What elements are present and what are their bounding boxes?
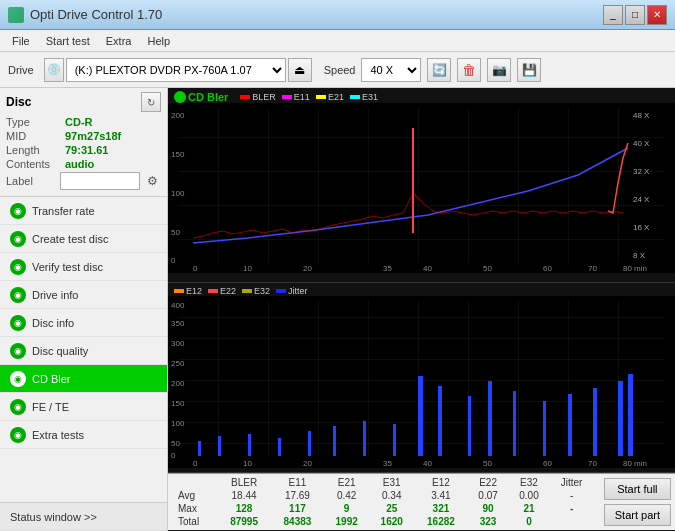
e22-legend-color xyxy=(208,289,218,293)
svg-text:60: 60 xyxy=(543,459,552,468)
e32-legend-color xyxy=(242,289,252,293)
avg-e31: 0.34 xyxy=(369,489,414,502)
table-row: Total 87995 84383 1992 1620 16282 323 0 xyxy=(174,515,594,528)
svg-rect-46 xyxy=(278,438,281,456)
svg-text:40 X: 40 X xyxy=(633,139,650,148)
clear-button[interactable]: 🗑 xyxy=(457,58,481,82)
disc-length-value: 79:31.61 xyxy=(65,144,108,156)
svg-text:40: 40 xyxy=(423,264,432,273)
jitter-legend-label: Jitter xyxy=(288,286,308,296)
avg-jitter: - xyxy=(549,489,593,502)
drive-selector[interactable]: (K:) PLEXTOR DVDR PX-760A 1.07 xyxy=(66,58,286,82)
disc-info-icon: ◉ xyxy=(10,315,26,331)
refresh-button[interactable]: 🔄 xyxy=(427,58,451,82)
e31-legend-label: E31 xyxy=(362,92,378,102)
svg-text:0: 0 xyxy=(193,264,198,273)
titlebar-controls: _ □ ✕ xyxy=(603,5,667,25)
svg-rect-44 xyxy=(218,436,221,456)
menu-file[interactable]: File xyxy=(4,33,38,49)
save-button[interactable]: 💾 xyxy=(517,58,541,82)
close-button[interactable]: ✕ xyxy=(647,5,667,25)
max-jitter: - xyxy=(549,502,593,515)
max-e21: 9 xyxy=(324,502,369,515)
svg-text:50: 50 xyxy=(483,264,492,273)
col-header-e11: E11 xyxy=(271,476,324,489)
cd-bler-label: CD Bler xyxy=(32,373,71,385)
avg-e12: 3.41 xyxy=(414,489,467,502)
e11-legend-label: E11 xyxy=(294,92,310,102)
col-header-label xyxy=(174,476,217,489)
titlebar-title: Opti Drive Control 1.70 xyxy=(30,7,162,22)
sidebar-item-cd-bler[interactable]: ◉ CD Bler xyxy=(0,365,167,393)
sidebar: Disc ↻ Type CD-R MID 97m27s18f Length 79… xyxy=(0,88,168,531)
sidebar-item-verify-test-disc[interactable]: ◉ Verify test disc xyxy=(0,253,167,281)
status-window-button[interactable]: Status window >> xyxy=(0,503,167,531)
svg-text:35: 35 xyxy=(383,264,392,273)
menu-start-test[interactable]: Start test xyxy=(38,33,98,49)
eject-button[interactable]: ⏏ xyxy=(288,58,312,82)
disc-label-label: Label xyxy=(6,175,56,187)
menu-extra[interactable]: Extra xyxy=(98,33,140,49)
max-e12: 321 xyxy=(414,502,467,515)
total-bler: 87995 xyxy=(217,515,270,528)
transfer-rate-icon: ◉ xyxy=(10,203,26,219)
disc-length-row: Length 79:31.61 xyxy=(6,144,161,156)
disc-quality-label: Disc quality xyxy=(32,345,88,357)
svg-text:50: 50 xyxy=(171,439,180,448)
disc-type-row: Type CD-R xyxy=(6,116,161,128)
sidebar-item-fe-te[interactable]: ◉ FE / TE xyxy=(0,393,167,421)
extra-tests-label: Extra tests xyxy=(32,429,84,441)
avg-e22: 0.07 xyxy=(468,489,509,502)
start-full-button[interactable]: Start full xyxy=(604,478,671,500)
sidebar-item-disc-quality[interactable]: ◉ Disc quality xyxy=(0,337,167,365)
svg-rect-43 xyxy=(198,441,201,456)
total-e32: 0 xyxy=(509,515,550,528)
sidebar-item-disc-info[interactable]: ◉ Disc info xyxy=(0,309,167,337)
sidebar-item-transfer-rate[interactable]: ◉ Transfer rate xyxy=(0,197,167,225)
toolbar: Drive 💿 (K:) PLEXTOR DVDR PX-760A 1.07 ⏏… xyxy=(0,52,675,88)
camera-button[interactable]: 📷 xyxy=(487,58,511,82)
svg-text:70: 70 xyxy=(588,459,597,468)
extra-tests-icon: ◉ xyxy=(10,427,26,443)
sidebar-item-drive-info[interactable]: ◉ Drive info xyxy=(0,281,167,309)
titlebar-left: Opti Drive Control 1.70 xyxy=(8,7,162,23)
e22-legend-label: E22 xyxy=(220,286,236,296)
titlebar: Opti Drive Control 1.70 _ □ ✕ xyxy=(0,0,675,30)
svg-text:250: 250 xyxy=(171,359,185,368)
start-part-button[interactable]: Start part xyxy=(604,504,671,526)
svg-text:80 min: 80 min xyxy=(623,264,647,273)
svg-rect-53 xyxy=(468,396,471,456)
avg-label: Avg xyxy=(174,489,217,502)
avg-bler: 18.44 xyxy=(217,489,270,502)
svg-rect-54 xyxy=(488,381,492,456)
speed-selector[interactable]: 40 X xyxy=(361,58,421,82)
total-jitter xyxy=(549,515,593,528)
e12-legend-color xyxy=(174,289,184,293)
disc-quality-icon: ◉ xyxy=(10,343,26,359)
disc-length-label: Length xyxy=(6,144,61,156)
menu-help[interactable]: Help xyxy=(139,33,178,49)
sidebar-item-create-test-disc[interactable]: ◉ Create test disc xyxy=(0,225,167,253)
menubar: File Start test Extra Help xyxy=(0,30,675,52)
svg-text:200: 200 xyxy=(171,111,185,120)
disc-settings-button[interactable]: ⚙ xyxy=(144,172,161,190)
svg-rect-55 xyxy=(513,391,516,456)
svg-text:100: 100 xyxy=(171,419,185,428)
table-wrapper: BLER E11 E21 E31 E12 E22 E32 Jitter Avg xyxy=(168,474,600,530)
svg-text:8 X: 8 X xyxy=(633,251,646,260)
minimize-button[interactable]: _ xyxy=(603,5,623,25)
sidebar-item-extra-tests[interactable]: ◉ Extra tests xyxy=(0,421,167,449)
drive-label: Drive xyxy=(8,64,34,76)
disc-panel: Disc ↻ Type CD-R MID 97m27s18f Length 79… xyxy=(0,88,167,197)
disc-label-input[interactable] xyxy=(60,172,140,190)
disc-title: Disc xyxy=(6,95,31,109)
svg-text:32 X: 32 X xyxy=(633,167,650,176)
total-e21: 1992 xyxy=(324,515,369,528)
col-header-bler: BLER xyxy=(217,476,270,489)
e12-legend-label: E12 xyxy=(186,286,202,296)
bler-legend-color xyxy=(240,95,250,99)
maximize-button[interactable]: □ xyxy=(625,5,645,25)
chart-top-icon xyxy=(174,91,186,103)
svg-text:300: 300 xyxy=(171,339,185,348)
disc-refresh-button[interactable]: ↻ xyxy=(141,92,161,112)
